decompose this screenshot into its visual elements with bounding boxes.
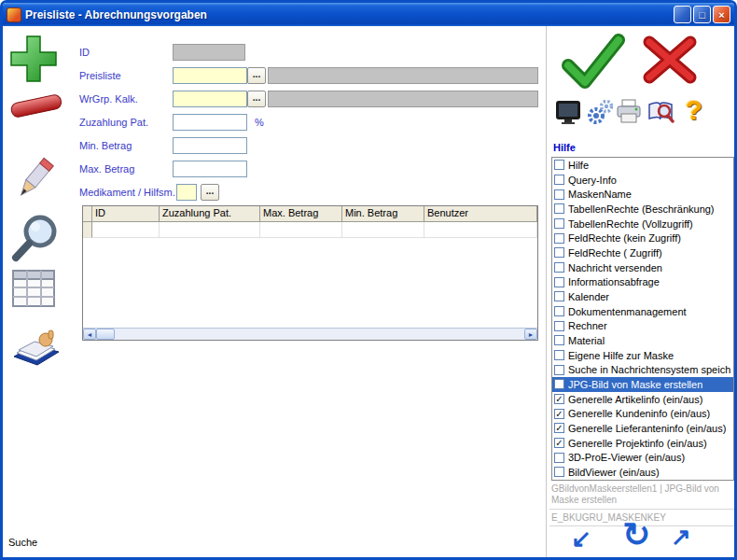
checkbox-icon[interactable] <box>554 453 564 463</box>
cancel-button[interactable] <box>641 35 699 88</box>
help-list-item[interactable]: Nachricht versenden <box>552 260 733 275</box>
checkbox-icon[interactable]: ✓ <box>554 423 564 433</box>
help-item-label: Eigene Hilfe zur Maske <box>568 350 674 361</box>
zuzahlung-label: Zuzahlung Pat. <box>79 117 148 128</box>
checkbox-icon[interactable] <box>554 247 564 258</box>
min-betrag-input[interactable] <box>173 137 247 154</box>
help-list-item[interactable]: BildViewer (ein/aus) <box>552 465 733 480</box>
wrgrp-input[interactable] <box>173 91 247 107</box>
column-header-zuzahlung[interactable]: Zuzahlung Pat. <box>160 206 260 222</box>
preisliste-input[interactable] <box>173 67 247 84</box>
titlebar[interactable]: Preisliste - Abrechnungsvorgaben _ □ × <box>3 3 734 26</box>
help-list-item[interactable]: ✓Generelle Artikelinfo (ein/aus) <box>552 392 733 407</box>
minimize-icon: _ <box>679 12 685 23</box>
search-help-button[interactable] <box>646 97 675 127</box>
checkbox-icon[interactable] <box>554 262 564 273</box>
close-button[interactable]: × <box>713 6 730 23</box>
table-cell[interactable] <box>342 222 424 238</box>
checkbox-icon[interactable] <box>554 365 564 375</box>
book-lookup-button[interactable] <box>8 317 63 373</box>
help-list-item[interactable]: FeldRechte ( Zugriff) <box>552 245 733 260</box>
help-list-item[interactable]: Rechner <box>552 318 733 333</box>
max-betrag-label: Max. Betrag <box>79 163 134 175</box>
max-betrag-input[interactable] <box>173 161 247 177</box>
help-list-item[interactable]: ✓Generelle Projektinfo (ein/aus) <box>552 436 733 451</box>
help-item-label: Hilfe <box>568 160 589 171</box>
settings-button[interactable] <box>585 97 615 127</box>
scroll-left-button[interactable]: ◄ <box>83 329 96 340</box>
help-list-item[interactable]: ✓Generelle Lieferanteninfo (ein/aus) <box>552 421 733 436</box>
help-list-item[interactable]: MaskenName <box>552 187 733 202</box>
wrgrp-lookup-button[interactable]: ... <box>247 91 266 107</box>
checkbox-icon[interactable] <box>554 218 564 229</box>
add-record-button[interactable] <box>8 34 59 88</box>
help-list-item[interactable]: Kalender <box>552 289 733 304</box>
checkbox-icon[interactable] <box>554 467 564 477</box>
checkbox-icon[interactable] <box>554 175 564 185</box>
print-button[interactable] <box>614 97 644 127</box>
ok-button[interactable] <box>560 34 625 93</box>
help-button[interactable]: ? <box>679 95 709 125</box>
checkbox-icon[interactable]: ✓ <box>554 409 564 419</box>
search-records-button[interactable] <box>8 211 63 269</box>
min-betrag-label: Min. Betrag <box>79 140 132 151</box>
help-list-item[interactable]: ✓Generelle Kundeninfo (ein/aus) <box>552 406 733 421</box>
checkbox-icon[interactable]: ✓ <box>554 438 564 448</box>
table-row[interactable] <box>83 222 537 238</box>
monitor-button[interactable] <box>553 97 583 127</box>
help-list-item[interactable]: Query-Info <box>552 173 733 188</box>
scrollbar-thumb[interactable] <box>96 329 115 340</box>
checkbox-icon[interactable] <box>554 335 564 345</box>
minus-icon <box>7 88 66 125</box>
checkbox-icon[interactable] <box>554 306 564 316</box>
delete-record-button[interactable] <box>7 88 66 129</box>
help-list-item[interactable]: TabellenRechte (Vollzugriff) <box>552 217 733 231</box>
book-magnifier-icon <box>647 98 674 126</box>
preisliste-lookup-button[interactable]: ... <box>247 67 266 84</box>
zuzahlung-input[interactable] <box>173 114 247 131</box>
help-list-item[interactable]: Dokumentenmanagement <box>552 304 733 319</box>
table-cell[interactable] <box>260 222 342 238</box>
help-list-item[interactable]: Hilfe <box>552 158 733 173</box>
checkbox-icon[interactable] <box>554 379 564 389</box>
checkbox-icon[interactable] <box>554 291 564 301</box>
nav-forward-button[interactable]: ↗ <box>671 523 691 552</box>
nav-back-button[interactable]: ↙ <box>571 525 591 553</box>
row-selector-cell[interactable] <box>83 222 92 238</box>
checkbox-icon[interactable]: ✓ <box>554 394 564 404</box>
table-cell[interactable] <box>92 222 160 238</box>
scrollbar-track[interactable] <box>115 329 524 340</box>
table-view-button[interactable] <box>10 267 57 314</box>
help-list-item[interactable]: JPG-Bild von Maske erstellen <box>552 377 733 392</box>
checkbox-icon[interactable] <box>554 233 564 244</box>
column-header-max-betrag[interactable]: Max. Betrag <box>260 206 342 222</box>
table-cell[interactable] <box>424 222 537 238</box>
horizontal-scrollbar[interactable]: ◄ ► <box>83 328 537 340</box>
maximize-button[interactable]: □ <box>693 6 711 23</box>
checkbox-icon[interactable] <box>554 321 564 331</box>
refresh-arrow-icon: ↻ <box>622 515 650 553</box>
column-header-min-betrag[interactable]: Min. Betrag <box>342 206 424 222</box>
column-header-id[interactable]: ID <box>92 206 160 222</box>
help-list-item[interactable]: Suche in Nachrichtensystem speich <box>552 362 733 377</box>
help-list-item[interactable]: Material <box>552 333 733 348</box>
help-list-item[interactable]: 3D-ProE-Viewer (ein/aus) <box>552 450 733 465</box>
checkbox-icon[interactable] <box>554 203 564 214</box>
checkbox-icon[interactable] <box>554 189 564 200</box>
checkbox-icon[interactable] <box>554 277 564 287</box>
checkbox-icon[interactable] <box>554 350 564 360</box>
scroll-right-button[interactable]: ► <box>524 329 537 340</box>
medikament-input[interactable] <box>176 184 197 201</box>
edit-record-button[interactable] <box>10 153 59 207</box>
checkbox-icon[interactable] <box>554 160 564 170</box>
help-list-item[interactable]: Informationsabfrage <box>552 274 733 289</box>
column-header-benutzer[interactable]: Benutzer <box>424 206 537 222</box>
help-list-item[interactable]: FeldRechte (kein Zugriff) <box>552 231 733 245</box>
minimize-button[interactable]: _ <box>674 6 691 23</box>
help-list-item[interactable]: Eigene Hilfe zur Maske <box>552 348 733 363</box>
nav-refresh-button[interactable]: ↻ <box>622 515 650 554</box>
medikament-lookup-button[interactable]: ... <box>201 184 219 201</box>
help-item-label: Kalender <box>568 291 609 302</box>
table-cell[interactable] <box>160 222 260 238</box>
help-list-item[interactable]: TabellenRechte (Beschränkung) <box>552 202 733 217</box>
